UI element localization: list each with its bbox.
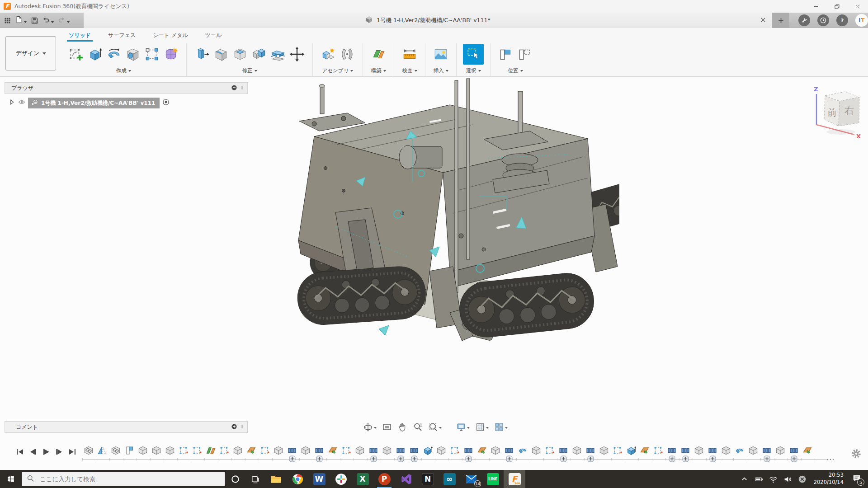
- timeline-feature-body[interactable]: [272, 445, 286, 465]
- taskbar-app-powerpoint[interactable]: P: [373, 470, 395, 488]
- panel-resize-grip[interactable]: [239, 84, 245, 93]
- expand-group-icon[interactable]: [709, 455, 716, 464]
- start-button[interactable]: [0, 470, 22, 488]
- sync-status-icon[interactable]: [796, 470, 809, 488]
- timeline-feature-group[interactable]: [503, 445, 516, 465]
- taskbar-app-fusion-360[interactable]: F360: [504, 470, 525, 488]
- window-titlebar[interactable]: F Autodesk Fusion 360(教育機関ライセンス): [0, 0, 868, 13]
- timeline-feature-link[interactable]: [109, 445, 123, 465]
- timeline-feature-sketch[interactable]: [259, 445, 272, 465]
- undo-button[interactable]: [41, 15, 55, 26]
- go-to-end-button[interactable]: [68, 447, 77, 458]
- taskbar-app-arduino[interactable]: ∞: [439, 470, 460, 488]
- timeline-feature-revolve[interactable]: [516, 445, 530, 465]
- tab-tools[interactable]: ツール: [203, 29, 223, 42]
- timeline-feature-body[interactable]: [435, 445, 448, 465]
- view-cube[interactable]: Z X 前 右: [809, 82, 866, 140]
- move-button[interactable]: [288, 44, 306, 65]
- visibility-eye-icon[interactable]: [18, 99, 25, 108]
- timeline-feature-group[interactable]: [367, 445, 381, 465]
- taskbar-app-mail[interactable]: 14: [460, 470, 482, 488]
- timeline-strip[interactable]: [82, 445, 828, 465]
- timeline-feature-group[interactable]: [408, 445, 421, 465]
- minimize-panel-icon[interactable]: [231, 84, 237, 93]
- browser-root-node[interactable]: 1号機 1-H,Ver2/救助機構/C~AA'BB' v111: [8, 98, 170, 108]
- tab-sheet-metal[interactable]: シート メタル: [151, 29, 189, 42]
- timeline-feature-plane[interactable]: [476, 445, 489, 465]
- restore-button[interactable]: [826, 0, 847, 13]
- fillet-button[interactable]: [212, 44, 230, 65]
- joint-button[interactable]: [338, 44, 356, 65]
- workspace-selector[interactable]: デザイン: [5, 36, 56, 70]
- step-forward-button[interactable]: [55, 447, 64, 458]
- capture-position-button[interactable]: [497, 44, 515, 65]
- close-button[interactable]: [847, 0, 868, 13]
- taskbar-app-notion[interactable]: N: [417, 470, 439, 488]
- new-component-button[interactable]: [319, 44, 337, 65]
- grid-settings-button[interactable]: [474, 421, 490, 435]
- combine-button[interactable]: [250, 44, 268, 65]
- tab-solid[interactable]: ソリッド: [67, 29, 93, 42]
- hidden-icons-chevron[interactable]: [738, 470, 751, 488]
- timeline-feature-revolve[interactable]: [733, 445, 747, 465]
- timeline-feature-group[interactable]: [679, 445, 693, 465]
- construct-plane-button[interactable]: [369, 44, 387, 65]
- split-body-button[interactable]: [269, 44, 287, 65]
- timeline-feature-extrude[interactable]: [421, 445, 435, 465]
- timeline-feature-group[interactable]: [706, 445, 720, 465]
- create-sketch-button[interactable]: [67, 44, 85, 65]
- expand-group-icon[interactable]: [682, 455, 689, 464]
- search-input[interactable]: [39, 475, 202, 483]
- taskbar-app-file-explorer[interactable]: [265, 470, 287, 488]
- select-tool-button[interactable]: [463, 44, 484, 65]
- viewport-canvas[interactable]: ブラウザ 1号機 1-H,Ver2/救助機構/C~AA'BB' v111 Z X: [0, 77, 868, 470]
- create-menu[interactable]: 作成: [116, 67, 131, 74]
- expand-group-icon[interactable]: [397, 455, 404, 464]
- construct-menu[interactable]: 構築: [371, 67, 386, 74]
- timeline-feature-group[interactable]: [760, 445, 774, 465]
- pan-button[interactable]: [396, 421, 409, 435]
- display-settings-button[interactable]: [455, 421, 471, 435]
- shell-button[interactable]: [231, 44, 249, 65]
- measure-button[interactable]: [401, 44, 419, 65]
- taskbar-app-excel[interactable]: X: [352, 470, 373, 488]
- expand-group-icon[interactable]: [370, 455, 377, 464]
- timeline-feature-group[interactable]: [462, 445, 476, 465]
- timeline-feature-body[interactable]: [530, 445, 543, 465]
- modify-menu[interactable]: 修正: [242, 67, 257, 74]
- taskbar-app-chrome[interactable]: [287, 470, 308, 488]
- taskbar-app-slack[interactable]: [330, 470, 352, 488]
- minimize-button[interactable]: [806, 0, 826, 13]
- timeline-feature-group[interactable]: [788, 445, 801, 465]
- comment-panel-header[interactable]: コメント: [5, 421, 248, 433]
- save-button[interactable]: [30, 16, 39, 25]
- expand-group-icon[interactable]: [316, 455, 323, 464]
- position-menu[interactable]: 位置: [508, 67, 523, 74]
- user-avatar[interactable]: IT: [855, 14, 868, 27]
- expand-group-icon[interactable]: [465, 455, 472, 464]
- timeline-feature-body[interactable]: [354, 445, 367, 465]
- timeline-feature-group[interactable]: [557, 445, 571, 465]
- timeline-feature-sketch[interactable]: [652, 445, 665, 465]
- timeline-feature-group[interactable]: [584, 445, 598, 465]
- timeline-feature-sketch[interactable]: [543, 445, 557, 465]
- 3d-model[interactable]: [294, 78, 619, 389]
- timeline-feature-group[interactable]: [313, 445, 326, 465]
- assemble-menu[interactable]: アセンブリ: [322, 67, 354, 74]
- redo-button[interactable]: [57, 15, 71, 26]
- insert-image-button[interactable]: [432, 44, 450, 65]
- pattern-button[interactable]: [143, 44, 161, 65]
- expand-group-icon[interactable]: [791, 455, 797, 464]
- taskbar-app-line[interactable]: LINE: [482, 470, 504, 488]
- zoom-button[interactable]: [411, 421, 424, 435]
- timeline-feature-plane[interactable]: [245, 445, 259, 465]
- expand-group-icon[interactable]: [764, 455, 770, 464]
- recent-activity-button[interactable]: [817, 14, 829, 26]
- timeline-feature-plane[interactable]: [326, 445, 340, 465]
- cortana-button[interactable]: [225, 470, 245, 488]
- timeline-feature-link[interactable]: [82, 445, 96, 465]
- timeline-feature-sketch[interactable]: [611, 445, 625, 465]
- taskbar-app-visual-studio[interactable]: [395, 470, 417, 488]
- expand-group-icon[interactable]: [506, 455, 513, 464]
- timeline-feature-flag[interactable]: [123, 445, 137, 465]
